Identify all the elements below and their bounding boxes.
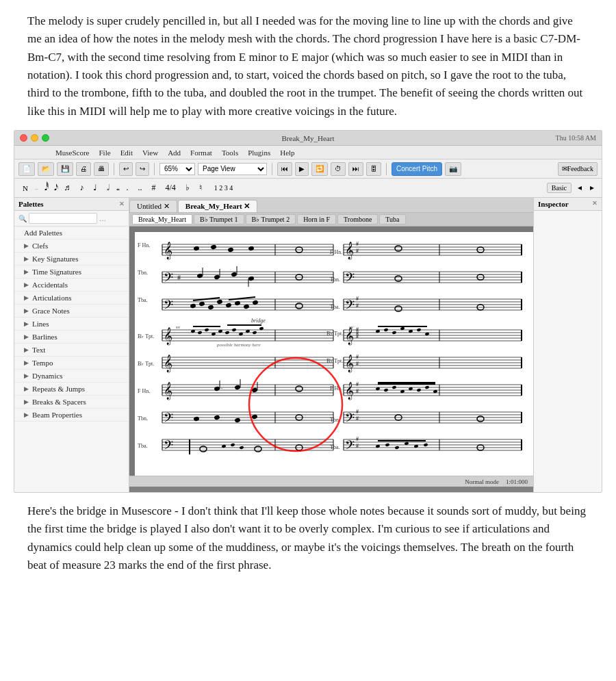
loop-button[interactable]: 🔁	[311, 162, 328, 176]
palette-item-breaks[interactable]: ▶ Breaks & Spacers	[14, 396, 129, 409]
dot-button[interactable]: .	[123, 182, 131, 194]
chevron-right-icon: ▶	[24, 281, 29, 288]
part-tab-trombone[interactable]: Trombone	[337, 214, 378, 224]
palette-item-dynamics[interactable]: ▶ Dynamics	[14, 370, 129, 383]
new-file-button[interactable]: 📄	[18, 162, 35, 176]
print-button[interactable]: 🖨	[76, 162, 91, 176]
palette-item-accidentals[interactable]: ▶ Accidentals	[14, 279, 129, 292]
double-dot-button[interactable]: ..	[135, 182, 144, 194]
menu-plugins[interactable]: Plugins	[248, 149, 270, 157]
svg-text:𝄢: 𝄢	[345, 270, 355, 287]
redo-button[interactable]: ↪	[136, 162, 149, 176]
menu-format[interactable]: Format	[190, 149, 212, 157]
part-tab-full[interactable]: Break_My_Heart	[132, 214, 192, 224]
note-eighth[interactable]: ♪	[77, 182, 86, 194]
note-quarter[interactable]: ♩	[90, 182, 100, 194]
menu-musescore[interactable]: MuseScore	[55, 149, 90, 157]
zoom-select[interactable]: 65% 50% 75% 100%	[159, 163, 195, 175]
open-file-button[interactable]: 📂	[38, 162, 54, 176]
note-input-toggle[interactable]: N	[20, 183, 31, 193]
mixer-button[interactable]: 🎛	[366, 162, 381, 176]
palette-item-articulations[interactable]: ▶ Articulations	[14, 292, 129, 305]
svg-point-76	[232, 328, 237, 331]
part-tab-horn[interactable]: Horn in F	[297, 214, 336, 224]
flat-button[interactable]: ♭	[183, 182, 192, 194]
note-64th[interactable]: 𝅘𝅥𝅱	[42, 182, 47, 194]
collapse-button[interactable]: ▸	[588, 183, 596, 193]
intro-text: The melody is super crudely pencilled in…	[0, 0, 616, 130]
note-half[interactable]: 𝅗𝅥	[104, 182, 110, 194]
svg-point-121	[234, 417, 240, 423]
concert-pitch-button[interactable]: Concert Pitch	[392, 162, 442, 176]
forward-button[interactable]: ⏭	[348, 162, 363, 176]
svg-text:𝄢: 𝄢	[345, 298, 355, 315]
svg-text:Tbn.: Tbn.	[138, 270, 148, 276]
palettes-close[interactable]: ✕	[119, 201, 125, 207]
svg-point-152	[395, 246, 402, 251]
inspector-panel: Inspector ✕	[533, 198, 602, 492]
time-sig-button[interactable]: 4/4	[162, 182, 178, 194]
chevron-right-icon: ▶	[24, 398, 29, 405]
close-button[interactable]	[20, 134, 27, 142]
palette-search-bar: 🔍 …	[14, 211, 129, 227]
menu-tools[interactable]: Tools	[222, 149, 238, 157]
svg-point-164	[395, 276, 402, 281]
maximize-button[interactable]	[42, 134, 49, 142]
part-tab-trumpet1[interactable]: B♭ Trumpet 1	[194, 214, 244, 224]
tab-untitled[interactable]: Untitled ✕	[129, 200, 177, 212]
svg-text:Tbn.: Tbn.	[330, 277, 340, 283]
svg-text:B♭ Tpt.: B♭ Tpt.	[326, 331, 343, 337]
palette-item-repeats[interactable]: ▶ Repeats & Jumps	[14, 383, 129, 396]
palette-item-barlines[interactable]: ▶ Barlines	[14, 331, 129, 344]
svg-text:𝄞: 𝄞	[345, 355, 354, 373]
expand-button[interactable]: ◂	[576, 183, 584, 193]
sharp-button[interactable]: #	[149, 182, 158, 194]
svg-point-137	[240, 446, 244, 449]
svg-point-102	[214, 386, 220, 391]
menu-edit[interactable]: Edit	[120, 149, 133, 157]
undo-button[interactable]: ↩	[119, 162, 133, 176]
palette-more-button[interactable]: …	[99, 215, 106, 222]
score-area[interactable]: Untitled ✕ Break_My_Heart ✕ Break_My_Hea…	[129, 198, 533, 492]
palette-search-input[interactable]	[29, 213, 97, 224]
note-whole[interactable]: 𝅝	[114, 182, 119, 194]
separator4	[386, 163, 387, 175]
natural-button[interactable]: ♮	[196, 182, 205, 194]
play-button[interactable]: ▶	[295, 162, 309, 176]
palette-item-clefs[interactable]: ▶ Clefs	[14, 240, 129, 253]
menu-file[interactable]: File	[99, 149, 111, 157]
metronome-button[interactable]: ⏱	[331, 162, 346, 176]
rewind-button[interactable]: ⏮	[277, 162, 292, 176]
note-16th[interactable]: ♬	[61, 182, 73, 194]
svg-point-232	[425, 385, 430, 389]
palette-item-time-signatures[interactable]: ▶ Time Signatures	[14, 266, 129, 279]
view-mode-select[interactable]: Page View Continuous View	[198, 163, 267, 175]
svg-point-227	[384, 388, 389, 391]
palette-item-key-signatures[interactable]: ▶ Key Signatures	[14, 253, 129, 266]
camera-button[interactable]: 📷	[445, 162, 461, 176]
feedback-button[interactable]: ✉ Feedback	[558, 162, 598, 176]
svg-point-50	[207, 305, 214, 310]
part-tab-tuba[interactable]: Tuba	[379, 214, 405, 224]
menu-add[interactable]: Add	[168, 149, 181, 157]
svg-line-57	[229, 297, 255, 300]
window-title: Break_My_Heart	[282, 134, 335, 142]
palette-item-lines[interactable]: ▶ Lines	[14, 318, 129, 331]
palette-item-tempo[interactable]: ▶ Tempo	[14, 357, 129, 370]
inspector-close[interactable]: ✕	[592, 200, 598, 208]
part-tab-trumpet2[interactable]: B♭ Trumpet 2	[246, 214, 296, 224]
print2-button[interactable]: 🖶	[94, 162, 109, 176]
svg-text:𝄢: 𝄢	[164, 438, 173, 455]
menu-help[interactable]: Help	[280, 149, 294, 157]
note-32nd[interactable]: 𝅘𝅥𝅯	[51, 182, 57, 194]
palette-item-beam[interactable]: ▶ Beam Properties	[14, 409, 129, 422]
palette-add-palettes[interactable]: Add Palettes	[14, 227, 129, 240]
svg-text:Tba.: Tba.	[330, 444, 339, 450]
save-button[interactable]: 💾	[57, 162, 73, 176]
tab-break-my-heart[interactable]: Break_My_Heart ✕	[178, 200, 258, 212]
palette-item-text[interactable]: ▶ Text	[14, 344, 129, 357]
menu-view[interactable]: View	[142, 149, 158, 157]
palette-item-grace-notes[interactable]: ▶ Grace Notes	[14, 305, 129, 318]
svg-point-119	[193, 416, 199, 422]
minimize-button[interactable]	[31, 134, 38, 142]
